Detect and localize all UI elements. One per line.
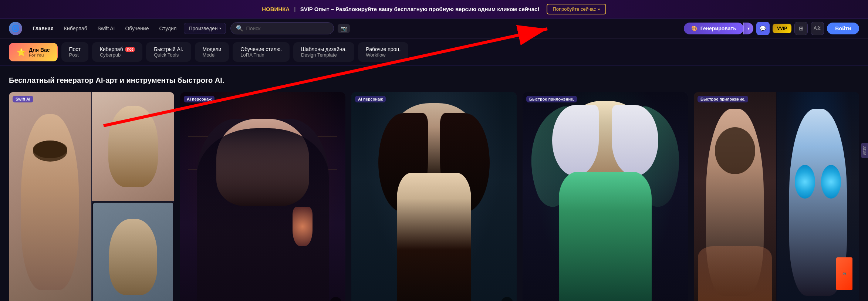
cat-lora-train[interactable]: Обучение стилю. LoRA Train [233,42,290,62]
search-bar: 🔍 [230,22,334,34]
try-now-button[interactable]: Попробуйте сейчас [547,4,606,14]
cat-models[interactable]: Модели Model [195,42,229,62]
cat-workflow-label: Рабочие проц. [366,46,401,52]
card-5-badge: Быстрое приложение. [698,96,748,102]
logo-icon: 🌀 [11,24,20,33]
cat-lora-sublabel: LoRA Train [240,52,282,58]
card-anypose[interactable]: Быстрое приложение. Anypose Firefly [523,92,688,301]
discord-button[interactable]: 💬 [756,22,770,35]
cat-quick-ai-label: Быстрый AI. [154,46,183,52]
banner-label: НОВИНКА [262,6,290,12]
cat-design-label: Шаблоны дизайна. [301,46,347,52]
card-4-image: Быстрое приложение. [523,92,688,301]
vip-button[interactable]: VVIP [773,24,791,33]
generate-dropdown-arrow[interactable]: ▾ [743,23,753,34]
card-face-swap[interactable]: Swift AI AI Face Swap [9,92,174,301]
card-5-image: 🎮 Быстрое приложение. [694,92,859,301]
nav-swift-ai[interactable]: Swift AI [93,23,119,34]
cat-cyberpub-label: Киберпаб [100,46,123,52]
camera-search-button[interactable]: 📷 [338,24,350,33]
top-banner: НОВИНКА | SVIP Опыт – Разблокируйте вашу… [0,0,868,18]
navbar: 🌀 Главная Киберпаб Swift AI Обучение Сту… [0,18,868,38]
for-you-icon: ⭐ [17,48,26,57]
cat-cyberpub[interactable]: Киберпаб hot Cyberpub [92,42,142,62]
nav-links: Главная Киберпаб Swift AI Обучение Студи… [28,23,181,34]
cat-for-you-sublabel: For You [29,53,50,57]
card-1-badge: Swift AI [13,96,33,102]
cat-post[interactable]: Пост Post [61,42,88,62]
cat-for-you-label: Для Вас [29,47,50,53]
cat-models-label: Модели [203,46,222,52]
grid-button[interactable]: ⊞ [794,22,808,35]
hot-badge: hot [125,47,135,52]
card-2-image: AI персонаж 〰 [180,92,345,301]
cat-lora-label: Обучение стилю. [240,46,282,52]
cat-quick-ai-sublabel: Quick Tools [154,52,183,58]
section-title: Бесплатный генератор AI-арт и инструмент… [9,76,859,85]
discord-icon: 💬 [760,26,766,31]
cat-design-sublabel: Design Template [301,52,347,58]
language-button[interactable]: A文 [811,22,824,35]
lang-icon: A文 [814,25,821,31]
nav-learning[interactable]: Обучение [121,23,153,34]
login-button[interactable]: Войти [827,23,859,34]
cat-cyberpub-sublabel: Cyberpub [100,52,135,58]
banner-text: НОВИНКА | SVIP Опыт – Разблокируйте вашу… [262,6,539,12]
cat-post-label: Пост [69,46,81,52]
generate-label: Генерировать [700,26,736,31]
cards-grid: Swift AI AI Face Swap [9,92,859,301]
cat-quick-ai[interactable]: Быстрый AI. Quick Tools [146,42,191,62]
card-gwen[interactable]: AI персонаж 〰 Gwen Stacy nsfw [351,92,517,301]
search-input[interactable] [246,26,328,31]
nav-products-dropdown[interactable]: Произведен [184,23,226,34]
banner-description: SVIP Опыт – Разблокируйте вашу бесплатну… [300,6,540,12]
search-icon: 🔍 [236,25,243,32]
card-3-image: AI персонаж 〰 [351,92,517,301]
logo[interactable]: 🌀 [9,22,22,35]
vip-icon: V [777,26,780,31]
generate-icon: 🎨 [691,26,698,31]
card-anime-filter[interactable]: 🎮 Быстрое приложение. аниме фильтр [694,92,859,301]
cat-design-template[interactable]: Шаблоны дизайна. Design Template [293,42,354,62]
category-bar: ⭐ Для Вас For You Пост Post Киберпаб hot… [0,38,868,66]
nav-studio[interactable]: Студия [155,23,181,34]
cat-models-sublabel: Model [203,52,222,58]
dropdown-label: Произведен [189,26,217,31]
main-content: Бесплатный генератор AI-арт и инструмент… [0,66,868,301]
generate-button-group: 🎨 Генерировать ▾ [684,23,753,34]
vip-label: VIP [780,26,787,31]
cat-workflow[interactable]: Рабочие проц. Workflow [358,42,408,62]
nav-cyberpub[interactable]: Киберпаб [60,23,92,34]
cat-workflow-sublabel: Workflow [366,52,401,58]
cat-for-you[interactable]: ⭐ Для Вас For You [9,43,58,61]
generate-button[interactable]: 🎨 Генерировать [684,23,744,34]
sidebar-stats-badge[interactable]: 3B3M [861,143,868,158]
card-1-image: Swift AI [9,92,174,301]
card-4-badge: Быстрое приложение. [526,96,577,102]
card-2-badge: AI персонаж [184,96,215,102]
grid-icon: ⊞ [799,25,804,32]
cat-post-sublabel: Post [69,52,81,58]
card-3-badge: AI персонаж [355,96,386,102]
card-aurora[interactable]: AI персонаж 〰 Aurora, Depressed Goth [180,92,345,301]
nav-home[interactable]: Главная [28,23,58,34]
